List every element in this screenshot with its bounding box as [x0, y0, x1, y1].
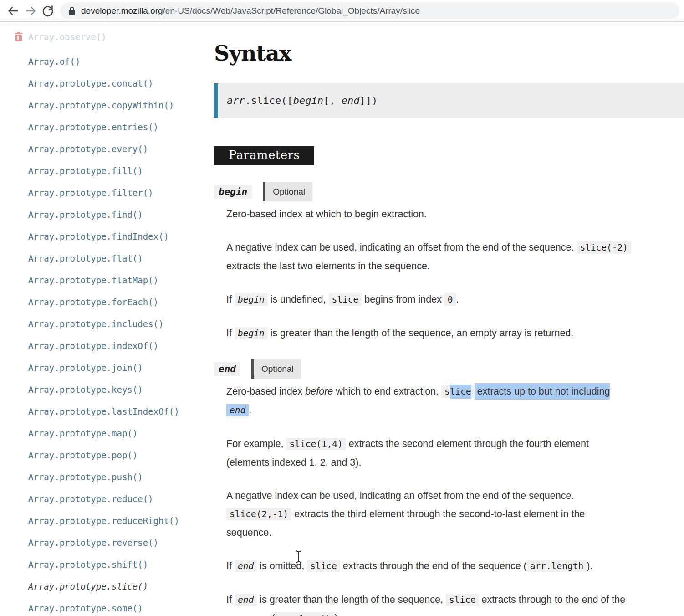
inline-code: begin — [235, 293, 268, 306]
trash-icon — [14, 31, 24, 42]
back-arrow-icon — [7, 5, 19, 17]
back-button[interactable] — [5, 2, 22, 20]
sidebar-item[interactable]: Array.prototype.includes() — [28, 313, 209, 335]
sidebar-item[interactable]: Array.prototype.fill() — [28, 160, 209, 182]
sidebar-item[interactable]: Array.prototype.every() — [28, 138, 209, 160]
inline-code: arr.length — [275, 612, 334, 616]
browser-toolbar: developer.mozilla.org/en-US/docs/Web/Jav… — [0, 0, 684, 22]
inline-code: arr.length — [527, 560, 587, 572]
sidebar-item[interactable]: Array.prototype.map() — [28, 422, 209, 444]
optional-badge: Optional — [251, 359, 301, 379]
param-name-begin: begin — [214, 185, 252, 199]
sidebar-item[interactable]: Array.prototype.findIndex() — [28, 226, 209, 247]
paragraph: If begin is undefined, slice begins from… — [226, 290, 684, 309]
paragraph: For example, slice(1,4) extracts the sec… — [226, 435, 684, 472]
sidebar-item[interactable]: Array.prototype.filter() — [28, 182, 209, 204]
inline-code: slice(2,-1) — [226, 508, 291, 520]
param-name-end: end — [214, 362, 240, 376]
sidebar-item[interactable]: Array.prototype.concat() — [28, 72, 209, 94]
paragraph: Zero-based index before which to end ext… — [226, 382, 684, 420]
url-path: /en-US/docs/Web/JavaScript/Reference/Glo… — [163, 6, 420, 15]
sidebar-item[interactable]: Array.prototype.flatMap() — [28, 269, 209, 291]
sidebar-item[interactable]: Array.prototype.find() — [28, 204, 209, 226]
optional-badge-label: Optional — [254, 359, 301, 379]
sidebar-item[interactable]: Array.prototype.push() — [28, 466, 209, 488]
paragraph: Zero-based index at which to begin extra… — [226, 205, 684, 223]
reload-button[interactable] — [39, 2, 56, 20]
sidebar: Array.observe() Array.of()Array.prototyp… — [0, 22, 209, 616]
sidebar-item[interactable]: Array.prototype.forEach() — [28, 291, 209, 313]
param-term-begin: begin Optional — [214, 182, 684, 201]
lock-icon — [68, 6, 76, 15]
optional-badge: Optional — [263, 182, 312, 201]
sidebar-item[interactable]: Array.prototype.pop() — [28, 444, 209, 466]
sidebar-item[interactable]: Array.prototype.keys() — [28, 379, 209, 400]
sidebar-item[interactable]: Array.prototype.lastIndexOf() — [28, 400, 209, 422]
sidebar-item[interactable]: Array.of() — [28, 51, 209, 72]
sidebar-item[interactable]: Array.prototype.reverse() — [28, 532, 209, 554]
forward-button[interactable] — [22, 2, 39, 20]
reload-icon — [41, 5, 54, 17]
param-desc-end: Zero-based index before which to end ext… — [226, 382, 684, 616]
sidebar-item-current: Array.prototype.slice() — [28, 575, 209, 597]
inline-code: 0 — [444, 293, 456, 306]
deprecated-item-label: Array.observe() — [28, 32, 107, 42]
url-text: developer.mozilla.org/en-US/docs/Web/Jav… — [81, 6, 420, 16]
sidebar-item[interactable]: Array.prototype.reduce() — [28, 488, 209, 510]
inline-code: slice(-2) — [577, 241, 631, 254]
inline-code: slice — [441, 385, 475, 398]
sidebar-item[interactable]: Array.prototype.join() — [28, 357, 209, 379]
inline-code: end — [235, 560, 257, 572]
inline-code: slice(1,4) — [286, 438, 346, 450]
paragraph: If end is greater than the length of the… — [226, 590, 684, 616]
syntax-code-block: arr.slice([begin[, end]]) — [214, 83, 684, 118]
sidebar-item[interactable]: Array.prototype.some() — [28, 597, 209, 616]
url-domain: developer.mozilla.org — [81, 6, 163, 15]
paragraph: A negative index can be used, indicating… — [226, 487, 684, 542]
address-bar[interactable]: developer.mozilla.org/en-US/docs/Web/Jav… — [60, 2, 679, 19]
inline-code: slice — [329, 293, 362, 306]
sidebar-item[interactable]: Array.prototype.flat() — [28, 247, 209, 269]
inline-code: end — [235, 594, 257, 606]
inline-code: slice — [307, 560, 340, 572]
sidebar-list: Array.of()Array.prototype.concat()Array.… — [0, 51, 209, 616]
sidebar-item[interactable]: Array.prototype.shift() — [28, 554, 209, 575]
sidebar-item[interactable]: Array.prototype.copyWithin() — [28, 94, 209, 116]
paragraph: If begin is greater than the length of t… — [226, 324, 684, 343]
sidebar-item-deprecated[interactable]: Array.observe() — [0, 26, 209, 48]
parameters-heading: Parameters — [214, 146, 314, 165]
sidebar-item[interactable]: Array.prototype.indexOf() — [28, 335, 209, 357]
forward-arrow-icon — [25, 5, 36, 17]
main-content: Syntax arr.slice([begin[, end]]) Paramet… — [209, 22, 684, 616]
sidebar-item[interactable]: Array.prototype.entries() — [28, 116, 209, 138]
optional-badge-label: Optional — [265, 182, 312, 201]
paragraph: If end is omitted, slice extracts throug… — [226, 557, 684, 575]
inline-code: begin — [235, 327, 268, 339]
inline-code: slice — [446, 594, 479, 606]
inline-code: end — [226, 404, 249, 416]
syntax-heading: Syntax — [214, 41, 684, 66]
paragraph: A negative index can be used, indicating… — [226, 238, 684, 275]
param-desc-begin: Zero-based index at which to begin extra… — [226, 205, 684, 343]
parameters-list: begin Optional Zero-based index at which… — [214, 182, 684, 616]
param-term-end: end Optional — [214, 359, 684, 379]
sidebar-item[interactable]: Array.prototype.reduceRight() — [28, 510, 209, 532]
